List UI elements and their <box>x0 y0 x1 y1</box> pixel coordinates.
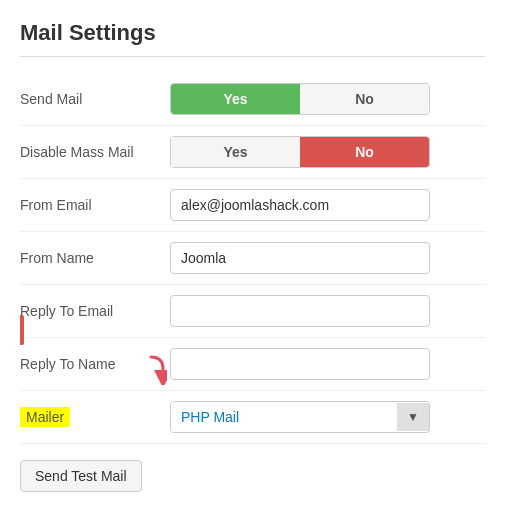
disable-mass-mail-yes-button[interactable]: Yes <box>171 137 300 167</box>
disable-mass-mail-no-button[interactable]: No <box>300 137 429 167</box>
mailer-select-value: PHP Mail <box>171 402 397 432</box>
reply-to-email-control <box>170 295 485 327</box>
reply-to-email-label: Reply To Email <box>20 303 170 319</box>
reply-to-name-row: Reply To Name <box>20 338 485 391</box>
from-email-input[interactable] <box>170 189 430 221</box>
settings-container: Send Mail Yes No Disable Mass Mail Yes N… <box>20 73 485 444</box>
from-email-control <box>170 189 485 221</box>
send-mail-row: Send Mail Yes No <box>20 73 485 126</box>
from-name-control <box>170 242 485 274</box>
reply-to-name-control <box>170 348 485 380</box>
reply-to-email-input[interactable] <box>170 295 430 327</box>
from-name-input[interactable] <box>170 242 430 274</box>
mailer-label: Mailer <box>20 409 170 425</box>
mailer-dropdown-icon[interactable]: ▼ <box>397 403 429 431</box>
mailer-select-wrapper[interactable]: PHP Mail ▼ <box>170 401 430 433</box>
reply-to-name-input[interactable] <box>170 348 430 380</box>
send-test-mail-button[interactable]: Send Test Mail <box>20 460 142 492</box>
send-mail-control: Yes No <box>170 83 485 115</box>
from-email-label: From Email <box>20 197 170 213</box>
from-name-label: From Name <box>20 250 170 266</box>
send-mail-label: Send Mail <box>20 91 170 107</box>
send-mail-no-button[interactable]: No <box>300 84 429 114</box>
from-email-row: From Email <box>20 179 485 232</box>
disable-mass-mail-control: Yes No <box>170 136 485 168</box>
send-mail-toggle: Yes No <box>170 83 430 115</box>
reply-to-email-row: Reply To Email <box>20 285 485 338</box>
mailer-row: Mailer PHP Mail ▼ <box>20 391 485 444</box>
send-mail-yes-button[interactable]: Yes <box>171 84 300 114</box>
disable-mass-mail-toggle: Yes No <box>170 136 430 168</box>
disable-mass-mail-row: Disable Mass Mail Yes No <box>20 126 485 179</box>
page-title: Mail Settings <box>20 20 485 57</box>
from-name-row: From Name <box>20 232 485 285</box>
mailer-control: PHP Mail ▼ <box>170 401 485 433</box>
arrow-icon <box>135 353 167 385</box>
disable-mass-mail-label: Disable Mass Mail <box>20 144 170 160</box>
